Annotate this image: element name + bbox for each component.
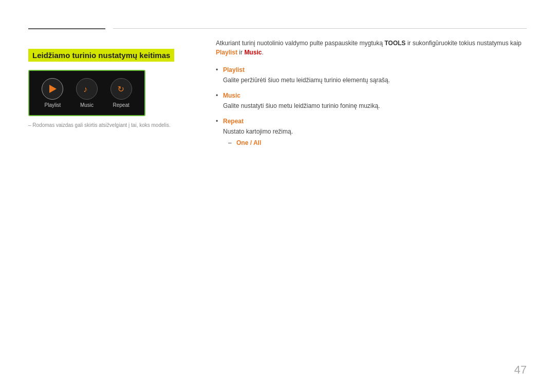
music-term: Music	[223, 91, 527, 100]
intro-paragraph: Atkuriant turinį nuotolinio valdymo pult…	[216, 39, 527, 57]
music-icon	[83, 85, 90, 93]
music-desc: Galite nustatyti šiuo metu leidžiamo tur…	[223, 102, 380, 109]
repeat-term: Repeat	[223, 117, 527, 126]
repeat-label: Repeat	[113, 102, 130, 108]
repeat-icon-circle: ↺	[110, 78, 132, 100]
note-text: – Rodomas vaizdas gali skirtis atsižvelg…	[28, 122, 193, 128]
repeat-icon: ↺	[118, 84, 124, 94]
player-item-music: Music	[76, 78, 98, 108]
player-item-playlist: Playlist	[42, 78, 63, 108]
intro-prefix: Atkuriant turinį nuotolinio valdymo pult…	[216, 40, 384, 47]
repeat-sub-list: One / All	[223, 138, 527, 147]
top-rule-left	[28, 28, 105, 29]
list-item-playlist: Playlist Galite peržiūrėti šiuo metu lei…	[216, 65, 527, 85]
right-column: Atkuriant turinį nuotolinio valdymo pult…	[216, 39, 527, 154]
intro-music-word: Music	[244, 49, 262, 56]
page-number: 47	[514, 363, 527, 377]
feature-list: Playlist Galite peržiūrėti šiuo metu lei…	[216, 65, 527, 147]
sub-item-one-all: One / All	[228, 138, 527, 147]
player-preview-box: Playlist Music ↺ Repeat	[28, 70, 145, 116]
player-item-repeat: ↺ Repeat	[110, 78, 132, 108]
playlist-label: Playlist	[44, 102, 61, 108]
section-title: Leidžiamo turinio nustatymų keitimas	[28, 49, 174, 62]
intro-separator: ir	[237, 49, 244, 56]
top-rule-right	[113, 28, 527, 29]
playlist-icon-circle	[42, 78, 63, 100]
intro-middle: ir sukonfigūruokite tokius nustatymus ka…	[405, 40, 521, 47]
playlist-term: Playlist	[223, 65, 527, 74]
intro-suffix: .	[262, 49, 263, 56]
tools-word: TOOLS	[384, 40, 405, 47]
left-column: Leidžiamo turinio nustatymų keitimas Pla…	[28, 39, 193, 128]
music-label: Music	[80, 102, 94, 108]
intro-playlist-word: Playlist	[216, 49, 237, 56]
one-all-label: One / All	[236, 139, 261, 146]
playlist-desc: Galite peržiūrėti šiuo metu leidžiamų tu…	[223, 77, 390, 84]
list-item-repeat: Repeat Nustato kartojimo režimą. One / A…	[216, 117, 527, 147]
list-item-music: Music Galite nustatyti šiuo metu leidžia…	[216, 91, 527, 110]
music-icon-circle	[76, 78, 98, 100]
play-icon	[49, 85, 57, 93]
repeat-desc: Nustato kartojimo režimą.	[223, 128, 293, 135]
